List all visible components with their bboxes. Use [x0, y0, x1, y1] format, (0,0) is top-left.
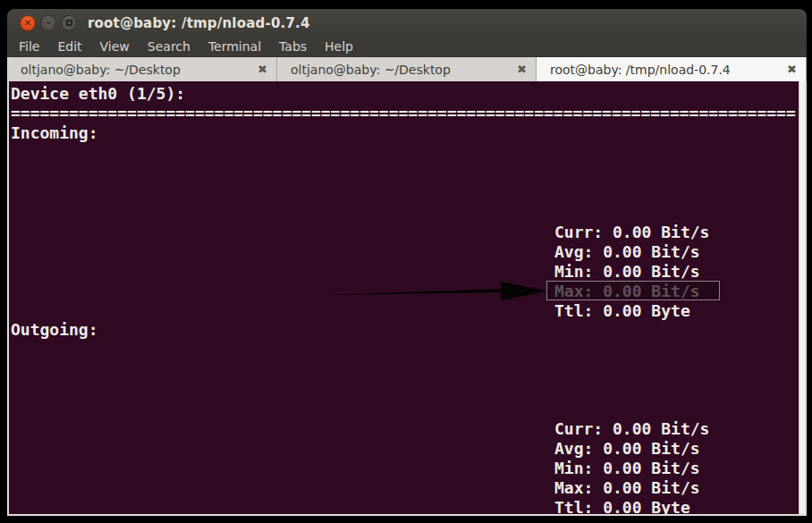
outgoing-avg: Avg: 0.00 Bit/s — [554, 439, 709, 459]
outgoing-curr: Curr: 0.00 Bit/s — [554, 419, 709, 439]
incoming-stats: Curr: 0.00 Bit/s Avg: 0.00 Bit/s Min: 0.… — [554, 223, 709, 321]
scrollbar[interactable] — [799, 81, 805, 514]
tab-label: oltjano@baby: ~/Desktop — [277, 63, 512, 77]
maximize-icon — [66, 20, 72, 26]
outgoing-stats: Curr: 0.00 Bit/s Avg: 0.00 Bit/s Min: 0.… — [554, 419, 709, 514]
menu-search[interactable]: Search — [139, 38, 199, 55]
menubar: File Edit View Search Terminal Tabs Help — [7, 37, 807, 57]
outgoing-max: Max: 0.00 Bit/s — [554, 478, 709, 498]
tab-desktop-2[interactable]: oltjano@baby: ~/Desktop ✖ — [277, 57, 537, 81]
tab-label: oltjano@baby: ~/Desktop — [7, 63, 252, 77]
outgoing-label: Outgoing: — [11, 320, 799, 340]
menu-terminal[interactable]: Terminal — [199, 38, 270, 55]
outgoing-ttl: Ttl: 0.00 Byte — [554, 498, 709, 514]
outgoing-min: Min: 0.00 Bit/s — [554, 459, 709, 478]
close-icon: ✕ — [24, 19, 31, 28]
tab-desktop-1[interactable]: oltjano@baby: ~/Desktop ✖ — [7, 57, 277, 81]
window-title: root@baby: /tmp/nload-0.7.4 — [88, 15, 310, 31]
tab-close-icon[interactable]: ✖ — [512, 63, 536, 76]
incoming-label: Incoming: — [11, 123, 799, 143]
minimize-button[interactable]: – — [40, 15, 56, 31]
device-line: Device eth0 (1/5): — [11, 84, 799, 104]
tab-label: root@baby: /tmp/nload-0.7.4 — [537, 63, 782, 77]
incoming-avg: Avg: 0.00 Bit/s — [554, 242, 709, 262]
menu-help[interactable]: Help — [316, 38, 362, 55]
annotation-arrow-icon — [324, 275, 556, 308]
incoming-ttl: Ttl: 0.00 Byte — [554, 301, 709, 321]
terminal-screen[interactable]: Device eth0 (1/5): =====================… — [9, 81, 799, 514]
incoming-max-highlighted: Max: 0.00 Bit/s — [554, 282, 709, 301]
menu-edit[interactable]: Edit — [48, 38, 90, 55]
terminal-window: ✕ – root@baby: /tmp/nload-0.7.4 File Edi… — [7, 9, 807, 516]
tab-bar: oltjano@baby: ~/Desktop ✖ oltjano@baby: … — [7, 57, 807, 81]
menu-view[interactable]: View — [91, 38, 139, 55]
menu-file[interactable]: File — [10, 38, 48, 55]
tab-nload-active[interactable]: root@baby: /tmp/nload-0.7.4 ✖ — [537, 57, 807, 81]
maximize-button[interactable] — [61, 15, 77, 31]
incoming-curr: Curr: 0.00 Bit/s — [554, 223, 709, 242]
minimize-icon: – — [46, 18, 51, 28]
terminal-frame: Device eth0 (1/5): =====================… — [7, 81, 807, 516]
titlebar[interactable]: ✕ – root@baby: /tmp/nload-0.7.4 — [7, 9, 807, 37]
tab-close-icon[interactable]: ✖ — [252, 63, 276, 76]
menu-tabs[interactable]: Tabs — [270, 38, 316, 55]
close-button[interactable]: ✕ — [20, 15, 36, 31]
separator-line: ========================================… — [11, 104, 799, 123]
incoming-min: Min: 0.00 Bit/s — [554, 262, 709, 282]
tab-close-icon[interactable]: ✖ — [782, 63, 806, 76]
